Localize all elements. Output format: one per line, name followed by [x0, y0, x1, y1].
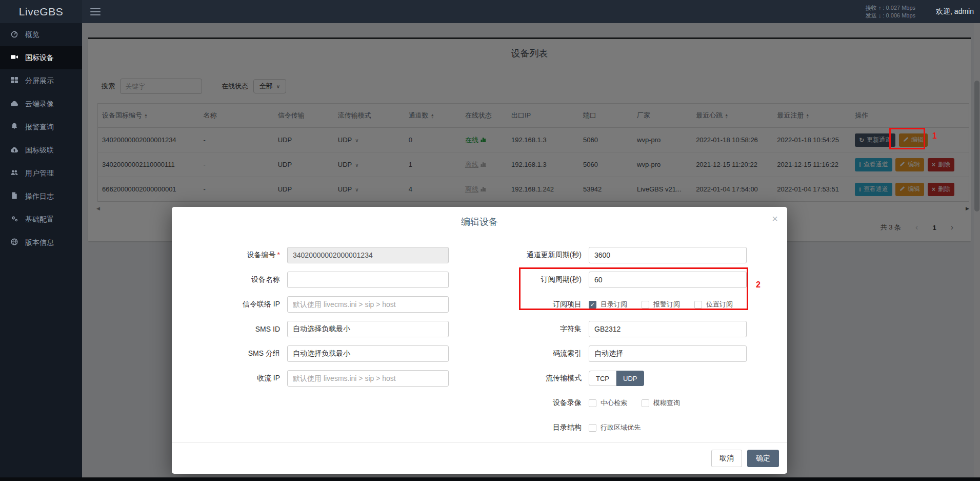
sidebar-item-split-screen[interactable]: 分屏展示 — [0, 69, 82, 92]
modal-body: 设备编号* 设备名称 信令联络 IP SMS ID 自动选择负载最小 SMS 分… — [172, 237, 787, 442]
form-row-catalog-structure: 目录结构 ✓行政区域优先 — [495, 415, 747, 440]
sidebar-item-overview[interactable]: 概览 — [0, 23, 82, 46]
checkbox-label: 位置订阅 — [706, 300, 733, 309]
checkbox-label: 模糊查询 — [653, 398, 680, 408]
stream-receive-ip-input[interactable] — [287, 370, 449, 387]
network-traffic: 接收 ↑ : 0.027 Mbps 发送 ↓ : 0.006 Mbps — [866, 4, 915, 20]
cloud-upload-icon — [10, 145, 18, 155]
sidebar-item-cloud-record[interactable]: 云端录像 — [0, 92, 82, 116]
field-label: 字符集 — [495, 324, 582, 334]
sidebar-item-gb-devices[interactable]: 国标设备 — [0, 46, 82, 69]
field-label: 订阅周期(秒) — [495, 275, 582, 284]
sidebar-item-label: 概览 — [25, 30, 39, 40]
sidebar-item-label: 报警查询 — [25, 123, 54, 132]
form-row-subscribe-period: 订阅周期(秒) — [495, 267, 747, 292]
checkbox-label: 目录订阅 — [601, 300, 627, 309]
traffic-send: 发送 ↓ : 0.006 Mbps — [866, 12, 915, 20]
channel-refresh-period-input[interactable] — [589, 247, 747, 263]
sidebar: LiveGBS 概览 国标设备 分屏展示 云端录像 报警查询 国标级联 用户管理 — [0, 0, 82, 481]
subscribe-period-input[interactable] — [589, 272, 747, 288]
sidebar-item-label: 基础配置 — [25, 215, 54, 224]
form-column-left: 设备编号* 设备名称 信令联络 IP SMS ID 自动选择负载最小 SMS 分… — [188, 243, 449, 391]
stream-index-select[interactable]: 自动选择 — [589, 345, 747, 362]
form-row-subscribe-items: 订阅项目 ✓目录订阅 ✓报警订阅 ✓位置订阅 — [495, 292, 747, 317]
traffic-receive: 接收 ↑ : 0.027 Mbps — [866, 4, 915, 12]
form-row-channel-refresh-period: 通道更新周期(秒) — [495, 243, 747, 267]
field-label: 码流索引 — [495, 349, 582, 358]
cloud-icon — [10, 99, 18, 109]
required-asterisk: * — [277, 251, 280, 259]
field-label: SMS 分组 — [188, 349, 280, 358]
gauge-icon — [10, 30, 18, 40]
fuzzy-query-checkbox[interactable]: ✓ — [642, 399, 649, 407]
field-label: 订阅项目 — [495, 300, 582, 309]
center-search-checkbox[interactable]: ✓ — [589, 399, 596, 407]
sidebar-item-gb-cascade[interactable]: 国标级联 — [0, 139, 82, 162]
admin-region-first-checkbox[interactable]: ✓ — [589, 424, 596, 432]
device-name-input[interactable] — [287, 272, 449, 288]
video-camera-icon — [10, 53, 18, 63]
field-label: 通道更新周期(秒) — [495, 251, 582, 260]
field-label: 设备名称 — [188, 275, 280, 284]
sms-id-select[interactable]: 自动选择负载最小 — [287, 321, 449, 337]
form-row-device-name: 设备名称 — [188, 267, 449, 292]
sidebar-item-label: 国标设备 — [25, 53, 54, 63]
form-row-stream-receive-ip: 收流 IP — [188, 366, 449, 391]
field-label: SMS ID — [188, 325, 280, 333]
sidebar-item-label: 版本信息 — [25, 238, 54, 247]
sidebar-item-label: 操作日志 — [25, 192, 54, 201]
device-id-input[interactable] — [287, 247, 449, 263]
confirm-button[interactable]: 确定 — [747, 450, 779, 467]
udp-toggle-button[interactable]: UDP — [616, 371, 644, 386]
sidebar-item-label: 分屏展示 — [25, 76, 54, 86]
form-row-sms-id: SMS ID 自动选择负载最小 — [188, 317, 449, 341]
field-label: 收流 IP — [188, 374, 280, 383]
sidebar-item-version-info[interactable]: 版本信息 — [0, 231, 82, 254]
tcp-toggle-button[interactable]: TCP — [589, 371, 616, 386]
charset-select[interactable]: GB2312 — [589, 321, 747, 337]
position-subscribe-checkbox[interactable]: ✓ — [694, 301, 702, 309]
checkbox-label: 报警订阅 — [653, 300, 680, 309]
bell-icon — [10, 122, 18, 132]
cancel-button[interactable]: 取消 — [711, 450, 742, 467]
checkbox-label: 中心检索 — [601, 398, 627, 408]
form-row-signal-contact-ip: 信令联络 IP — [188, 292, 449, 317]
topbar: 接收 ↑ : 0.027 Mbps 发送 ↓ : 0.006 Mbps 欢迎, … — [82, 0, 980, 23]
gears-icon — [10, 215, 18, 224]
form-row-device-record: 设备录像 ✓中心检索 ✓模糊查询 — [495, 391, 747, 415]
field-label: 设备录像 — [495, 398, 582, 408]
field-label: 流传输模式 — [495, 374, 582, 383]
bottom-edge-strip — [0, 477, 980, 481]
welcome-user[interactable]: 欢迎, admin — [936, 7, 974, 16]
form-row-device-id: 设备编号* — [188, 243, 449, 267]
sms-group-select[interactable]: 自动选择负载最小 — [287, 345, 449, 362]
annotation-number-step2: 2 — [756, 280, 761, 290]
sidebar-item-alarm-query[interactable]: 报警查询 — [0, 116, 82, 139]
sidebar-nav: 概览 国标设备 分屏展示 云端录像 报警查询 国标级联 用户管理 操作日志 — [0, 23, 82, 254]
sidebar-item-label: 国标级联 — [25, 146, 54, 155]
app-logo: LiveGBS — [0, 0, 82, 23]
sidebar-item-label: 云端录像 — [25, 100, 54, 109]
signal-contact-ip-input[interactable] — [287, 296, 449, 313]
field-label: 设备编号 — [247, 251, 276, 259]
alarm-subscribe-checkbox[interactable]: ✓ — [642, 301, 649, 309]
catalog-subscribe-checkbox[interactable]: ✓ — [589, 301, 596, 309]
sidebar-item-user-management[interactable]: 用户管理 — [0, 162, 82, 185]
form-row-stream-index: 码流索引 自动选择 — [495, 341, 747, 366]
form-row-stream-transport: 流传输模式 TCP UDP — [495, 366, 747, 391]
checkbox-label: 行政区域优先 — [601, 423, 641, 432]
file-icon — [10, 191, 18, 201]
modal-title: 编辑设备 — [172, 207, 787, 228]
modal-footer: 取消 确定 — [172, 442, 787, 474]
sidebar-item-label: 用户管理 — [25, 169, 54, 178]
field-label: 信令联络 IP — [188, 300, 280, 309]
sidebar-item-basic-config[interactable]: 基础配置 — [0, 208, 82, 231]
hamburger-menu-icon[interactable] — [90, 6, 101, 17]
annotation-number-step1: 1 — [932, 131, 937, 141]
form-column-right: 通道更新周期(秒) 订阅周期(秒) 订阅项目 ✓目录订阅 ✓报警订阅 ✓位置订阅… — [495, 243, 747, 440]
sidebar-item-operation-log[interactable]: 操作日志 — [0, 185, 82, 208]
close-icon[interactable]: × — [772, 214, 778, 224]
form-row-charset: 字符集 GB2312 — [495, 317, 747, 341]
users-icon — [10, 168, 18, 178]
form-row-sms-group: SMS 分组 自动选择负载最小 — [188, 341, 449, 366]
